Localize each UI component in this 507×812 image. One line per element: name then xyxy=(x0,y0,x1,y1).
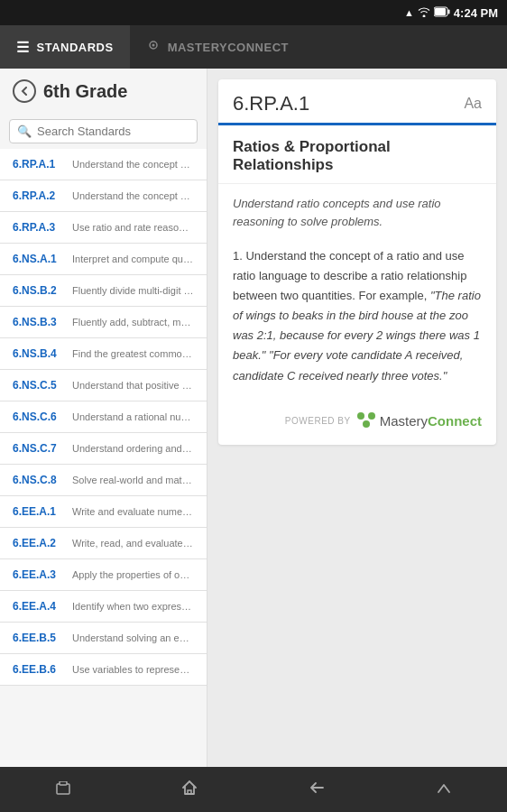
standard-code: 6.EE.A.1 xyxy=(13,505,65,518)
standard-desc: Identify when two expressions are... xyxy=(72,601,194,612)
standard-code: 6.NS.B.4 xyxy=(13,347,65,360)
standard-code: 6.NS.C.5 xyxy=(13,379,65,392)
standard-desc: Solve real-world and mathematica... xyxy=(72,475,194,485)
svg-point-7 xyxy=(363,420,370,428)
standard-item[interactable]: 6.NS.B.3 Fluently add, subtract, multipl… xyxy=(0,307,207,338)
status-icons: ▲ 4:24 PM xyxy=(404,6,498,20)
standards-tab-label: STANDARDS xyxy=(37,41,114,54)
search-container: 🔍 xyxy=(0,114,207,149)
standard-code: 6.NS.C.8 xyxy=(13,474,65,486)
detail-card: 6.RP.A.1 Aa Ratios & Proportional Relati… xyxy=(218,79,496,445)
scroll-up-button[interactable] xyxy=(417,772,471,807)
standard-desc: Use variables to represent numbe... xyxy=(72,664,194,675)
standard-code: 6.NS.B.2 xyxy=(13,284,65,297)
standard-item[interactable]: 6.NS.B.2 Fluently divide multi-digit num… xyxy=(0,275,207,307)
bottom-nav xyxy=(0,767,507,812)
detail-subtitle: Understand ratio concepts and use ratio … xyxy=(218,184,496,237)
standard-desc: Understand that positive and neg... xyxy=(72,380,194,391)
standard-code: 6.EE.B.6 xyxy=(13,663,65,676)
detail-category: Ratios & Proportional Relationships xyxy=(218,125,496,184)
status-time: 4:24 PM xyxy=(454,6,498,20)
standard-code: 6.NS.C.6 xyxy=(13,411,65,423)
main-content: 6th Grade 🔍 6.RP.A.1 Understand the conc… xyxy=(0,69,507,767)
search-input[interactable] xyxy=(37,125,189,138)
back-button[interactable] xyxy=(13,79,36,103)
standard-code: 6.RP.A.1 xyxy=(13,158,65,171)
status-bar: ▲ 4:24 PM xyxy=(0,0,507,25)
standard-item[interactable]: 6.EE.A.2 Write, read, and evaluate expre… xyxy=(0,528,207,559)
standard-item[interactable]: 6.NS.C.5 Understand that positive and ne… xyxy=(0,370,207,401)
standard-code: 6.EE.A.2 xyxy=(13,537,65,549)
standard-item[interactable]: 6.NS.C.7 Understand ordering and absolut… xyxy=(0,433,207,465)
standard-code: 6.NS.A.1 xyxy=(13,253,65,265)
standard-desc: Understand solving an equation o... xyxy=(72,632,194,643)
recent-apps-button[interactable] xyxy=(36,772,90,807)
powered-by: POWERED BY MasteryConnect xyxy=(218,402,496,445)
tab-standards[interactable]: ☰ STANDARDS xyxy=(0,25,130,69)
standard-desc: Write, read, and evaluate expressi... xyxy=(72,538,194,549)
search-box[interactable]: 🔍 xyxy=(9,119,198,143)
svg-rect-1 xyxy=(447,10,449,14)
standard-item[interactable]: 6.RP.A.2 Understand the concept of a uni… xyxy=(0,180,207,212)
standard-item[interactable]: 6.NS.C.6 Understand a rational number as… xyxy=(0,401,207,433)
standard-code: 6.NS.B.3 xyxy=(13,316,65,328)
standard-desc: Understand ordering and absolut... xyxy=(72,443,194,454)
wifi-icon xyxy=(418,6,430,19)
nav-bar: ☰ STANDARDS MASTERYCONNECT xyxy=(0,25,507,69)
standard-desc: Interpret and compute quotients... xyxy=(72,254,194,264)
back-nav-button[interactable] xyxy=(289,772,345,807)
svg-point-6 xyxy=(368,412,375,420)
standard-item[interactable]: 6.NS.B.4 Find the greatest common factor… xyxy=(0,338,207,370)
standard-item[interactable]: 6.NS.C.8 Solve real-world and mathematic… xyxy=(0,465,207,496)
standard-desc: Understand the concept of a ratio... xyxy=(72,159,194,170)
standard-desc: Fluently add, subtract, multiply, a... xyxy=(72,317,194,328)
detail-standard-code: 6.RP.A.1 xyxy=(233,92,309,115)
grade-header: 6th Grade xyxy=(0,69,207,114)
mc-dots-icon xyxy=(356,411,376,430)
right-panel: 6.RP.A.1 Aa Ratios & Proportional Relati… xyxy=(207,69,507,767)
svg-rect-9 xyxy=(60,781,67,785)
detail-header: 6.RP.A.1 Aa xyxy=(218,79,496,125)
standard-code: 6.RP.A.3 xyxy=(13,221,65,234)
mc-logo-text: MasteryConnect xyxy=(380,413,482,429)
left-panel: 6th Grade 🔍 6.RP.A.1 Understand the conc… xyxy=(0,69,207,767)
tab-masteryconnect[interactable]: MASTERYCONNECT xyxy=(130,25,305,69)
search-icon: 🔍 xyxy=(17,125,32,138)
standard-item[interactable]: 6.EE.B.5 Understand solving an equation … xyxy=(0,623,207,654)
mc-tab-label: MASTERYCONNECT xyxy=(168,41,289,54)
svg-point-5 xyxy=(357,412,364,420)
standard-item[interactable]: 6.EE.A.1 Write and evaluate numerical ex… xyxy=(0,496,207,528)
signal-icon: ▲ xyxy=(404,7,414,18)
standard-desc: Write and evaluate numerical expr... xyxy=(72,506,194,517)
standard-desc: Use ratio and rate reasoning to so... xyxy=(72,222,194,233)
svg-rect-2 xyxy=(435,8,446,15)
standard-code: 6.EE.A.3 xyxy=(13,568,65,581)
standard-desc: Find the greatest common factor... xyxy=(72,348,194,359)
mc-icon xyxy=(146,38,161,56)
standard-code: 6.EE.B.5 xyxy=(13,632,65,644)
standard-item[interactable]: 6.RP.A.3 Use ratio and rate reasoning to… xyxy=(0,212,207,244)
standard-code: 6.NS.C.7 xyxy=(13,442,65,455)
standard-item[interactable]: 6.RP.A.1 Understand the concept of a rat… xyxy=(0,149,207,180)
standard-item[interactable]: 6.EE.A.3 Apply the properties of operati… xyxy=(0,559,207,591)
standards-list: 6.RP.A.1 Understand the concept of a rat… xyxy=(0,149,207,767)
standards-icon: ☰ xyxy=(16,39,30,56)
standard-desc: Fluently divide multi-digit number... xyxy=(72,285,194,296)
standard-code: 6.RP.A.2 xyxy=(13,189,65,202)
standard-desc: Understand the concept of a unit... xyxy=(72,190,194,201)
detail-body: 1. Understand the concept of a ratio and… xyxy=(218,237,496,402)
battery-icon xyxy=(434,6,450,19)
standard-item[interactable]: 6.NS.A.1 Interpret and compute quotients… xyxy=(0,244,207,275)
standard-code: 6.EE.A.4 xyxy=(13,600,65,613)
standard-item[interactable]: 6.EE.B.6 Use variables to represent numb… xyxy=(0,654,207,686)
standard-desc: Understand a rational number as... xyxy=(72,411,194,422)
home-button[interactable] xyxy=(162,771,217,808)
mastery-connect-logo: MasteryConnect xyxy=(356,411,482,430)
font-size-button[interactable]: Aa xyxy=(464,96,482,112)
grade-title: 6th Grade xyxy=(43,81,127,102)
standard-desc: Apply the properties of operations... xyxy=(72,569,194,580)
standard-item[interactable]: 6.EE.A.4 Identify when two expressions a… xyxy=(0,591,207,623)
powered-by-text: POWERED BY xyxy=(285,416,351,426)
svg-point-4 xyxy=(152,44,154,47)
